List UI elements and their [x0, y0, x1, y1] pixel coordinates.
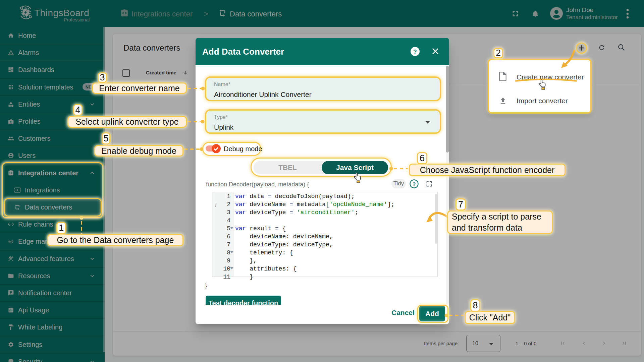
svg-text:?: ? [413, 49, 417, 55]
svg-text:?: ? [413, 181, 416, 187]
